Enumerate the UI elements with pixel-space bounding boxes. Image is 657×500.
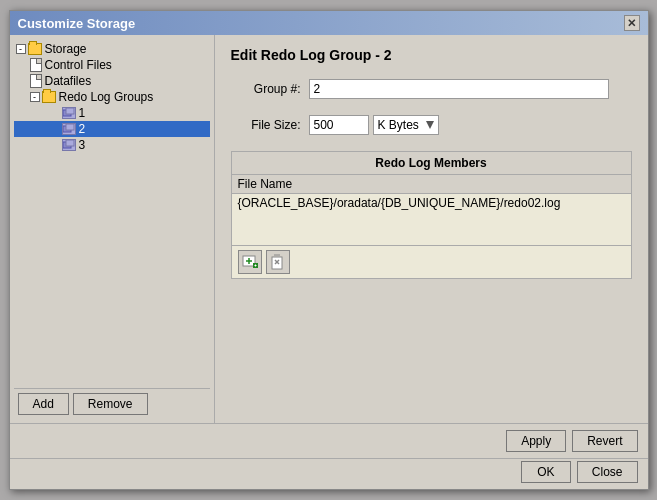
add-member-icon [242, 254, 258, 270]
redo-members-box: Redo Log Members File Name {ORACLE_BASE}… [231, 151, 632, 279]
section-title: Edit Redo Log Group - 2 [231, 47, 632, 63]
group-row: Group #: [231, 79, 632, 99]
title-bar: Customize Storage ✕ [10, 11, 648, 35]
tree-item-redo-log-groups[interactable]: - Redo Log Groups [14, 89, 210, 105]
tree-toggle-redo[interactable]: - [30, 92, 40, 102]
svg-rect-5 [66, 140, 74, 146]
tree-label-redo-1: 1 [79, 106, 86, 120]
group-input[interactable] [309, 79, 609, 99]
revert-button[interactable]: Revert [572, 430, 637, 452]
table-row: {ORACLE_BASE}/oradata/{DB_UNIQUE_NAME}/r… [232, 194, 631, 213]
customize-storage-dialog: Customize Storage ✕ - Storage Control Fi… [9, 10, 649, 490]
right-panel: Edit Redo Log Group - 2 Group #: File Si… [215, 35, 648, 423]
file-icon-datafiles [30, 74, 42, 88]
file-icon-control [30, 58, 42, 72]
remove-button[interactable]: Remove [73, 393, 148, 415]
apply-button[interactable]: Apply [506, 430, 566, 452]
remove-member-icon [270, 254, 286, 270]
redo-log-icon-2 [62, 123, 76, 135]
close-button[interactable]: Close [577, 461, 638, 483]
tree-label-storage: Storage [45, 42, 87, 56]
tree-label-redo-log-groups: Redo Log Groups [59, 90, 154, 104]
add-member-button[interactable] [238, 250, 262, 274]
tree-item-redo-3[interactable]: 3 [14, 137, 210, 153]
member-filename: {ORACLE_BASE}/oradata/{DB_UNIQUE_NAME}/r… [232, 194, 631, 213]
filesize-label: File Size: [231, 118, 301, 132]
filesize-row: File Size: K Bytes M Bytes G Bytes [231, 115, 632, 135]
filesize-unit-select[interactable]: K Bytes M Bytes G Bytes [373, 115, 439, 135]
remove-member-button[interactable] [266, 250, 290, 274]
tree-item-storage[interactable]: - Storage [14, 41, 210, 57]
tree: - Storage Control Files Datafiles - [14, 41, 210, 388]
tree-toggle-storage[interactable]: - [16, 44, 26, 54]
filesize-input-group: K Bytes M Bytes G Bytes [309, 115, 439, 135]
dialog-title: Customize Storage [18, 16, 136, 31]
folder-icon-storage [28, 43, 42, 55]
folder-icon-redo [42, 91, 56, 103]
redo-members-table-area: File Name {ORACLE_BASE}/oradata/{DB_UNIQ… [232, 175, 631, 245]
redo-log-icon-1 [62, 107, 76, 119]
dialog-body: - Storage Control Files Datafiles - [10, 35, 648, 423]
filesize-input[interactable] [309, 115, 369, 135]
add-button[interactable]: Add [18, 393, 69, 415]
group-label: Group #: [231, 82, 301, 96]
dialog-footer: Apply Revert [10, 423, 648, 458]
tree-label-datafiles: Datafiles [45, 74, 92, 88]
redo-log-icon-3 [62, 139, 76, 151]
tree-label-redo-2: 2 [79, 122, 86, 136]
dialog-footer-2: OK Close [10, 458, 648, 489]
tree-item-datafiles[interactable]: Datafiles [14, 73, 210, 89]
left-panel-buttons: Add Remove [14, 388, 210, 419]
redo-members-title: Redo Log Members [232, 152, 631, 175]
tree-label-control-files: Control Files [45, 58, 112, 72]
left-panel: - Storage Control Files Datafiles - [10, 35, 215, 423]
tree-label-redo-3: 3 [79, 138, 86, 152]
tree-item-control-files[interactable]: Control Files [14, 57, 210, 73]
col-header-filename: File Name [232, 175, 631, 194]
tree-item-redo-2[interactable]: 2 [14, 121, 210, 137]
tree-item-redo-1[interactable]: 1 [14, 105, 210, 121]
close-icon[interactable]: ✕ [624, 15, 640, 31]
svg-rect-3 [66, 124, 74, 130]
ok-button[interactable]: OK [521, 461, 571, 483]
svg-rect-1 [66, 108, 74, 114]
redo-members-table: File Name {ORACLE_BASE}/oradata/{DB_UNIQ… [232, 175, 631, 212]
member-toolbar [232, 245, 631, 278]
